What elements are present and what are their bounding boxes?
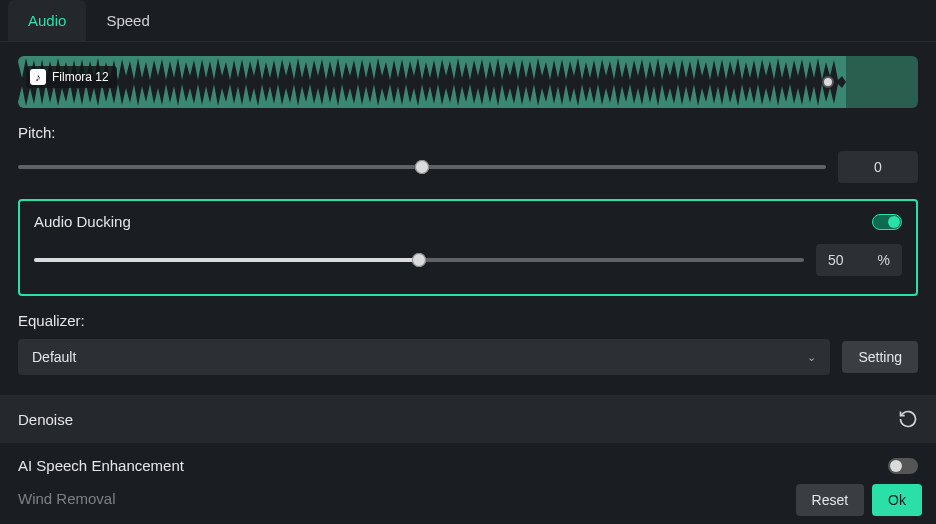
pitch-value[interactable]: 0 (838, 151, 918, 183)
chevron-down-icon: ⌄ (807, 351, 816, 364)
ducking-value: 50 (828, 252, 844, 268)
denoise-label: Denoise (18, 411, 73, 428)
footer-buttons: Reset Ok (796, 484, 922, 516)
pitch-slider[interactable] (18, 160, 826, 174)
equalizer-label: Equalizer: (18, 312, 918, 329)
ai-speech-toggle[interactable] (888, 458, 918, 474)
equalizer-setting-button[interactable]: Setting (842, 341, 918, 373)
ok-button[interactable]: Ok (872, 484, 922, 516)
denoise-row: Denoise (0, 395, 936, 443)
tab-speed[interactable]: Speed (86, 0, 169, 41)
audio-ducking-section: Audio Ducking 50 % (18, 199, 918, 296)
clip-label: ♪ Filmora 12 (26, 66, 117, 88)
audio-waveform[interactable]: ♪ Filmora 12 (18, 56, 918, 108)
ducking-slider[interactable] (34, 253, 804, 267)
wind-removal-label: Wind Removal (18, 490, 116, 507)
ducking-label: Audio Ducking (34, 213, 131, 230)
playhead-handle[interactable] (822, 76, 834, 88)
ai-speech-label: AI Speech Enhancement (18, 457, 184, 474)
equalizer-select[interactable]: Default ⌄ (18, 339, 830, 375)
clip-name: Filmora 12 (52, 70, 109, 84)
waveform-svg (18, 56, 918, 108)
tab-bar: Audio Speed (0, 0, 936, 42)
ducking-value-box[interactable]: 50 % (816, 244, 902, 276)
music-note-icon: ♪ (30, 69, 46, 85)
reset-button[interactable]: Reset (796, 484, 865, 516)
tab-audio[interactable]: Audio (8, 0, 86, 41)
pitch-label: Pitch: (18, 124, 918, 141)
ducking-unit: % (878, 252, 890, 268)
equalizer-selected: Default (32, 349, 76, 365)
reset-icon[interactable] (898, 409, 918, 429)
ducking-toggle[interactable] (872, 214, 902, 230)
